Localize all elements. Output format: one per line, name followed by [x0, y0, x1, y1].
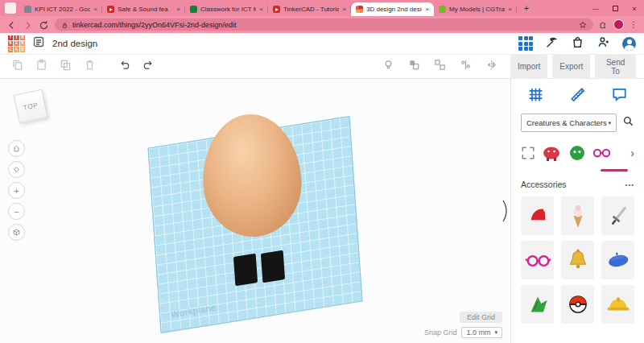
- green-creature-thumb[interactable]: [568, 143, 587, 163]
- panel-collapse-handle[interactable]: [502, 200, 510, 225]
- address-bar[interactable]: tinkercad.com/things/2yyOn64VFsi-2nd-des…: [55, 19, 593, 31]
- accessory-leaf-creature[interactable]: [521, 285, 554, 324]
- import-button[interactable]: Import: [510, 55, 547, 79]
- arrange-tools: [382, 59, 497, 74]
- tab-safe-sound[interactable]: Safe & Sound fea ×: [102, 2, 185, 16]
- history-tools: [118, 59, 155, 74]
- tab-cgtrader[interactable]: My Models | CGTrader ×: [434, 2, 517, 16]
- browser-menu-icon[interactable]: ⋮: [630, 20, 638, 29]
- reload-icon[interactable]: [39, 19, 49, 30]
- tinkercad-logo[interactable]: TIN KER CAD: [8, 35, 25, 52]
- youtube-favicon: [273, 6, 280, 13]
- app-header: TIN KER CAD 2nd design: [0, 33, 644, 55]
- tab-close-icon[interactable]: ×: [93, 6, 97, 13]
- tab-close-icon[interactable]: ×: [176, 6, 180, 13]
- tab-close-icon[interactable]: ×: [342, 6, 346, 13]
- bookmark-star-icon[interactable]: [579, 18, 587, 32]
- red-creature-thumb[interactable]: [541, 143, 562, 163]
- editor-toolbar: Import Export Send To: [0, 55, 644, 79]
- zoom-out-button[interactable]: −: [8, 203, 25, 220]
- profile-avatar-icon[interactable]: [613, 19, 624, 30]
- delete-icon[interactable]: [84, 59, 96, 74]
- design-title: 2nd design: [52, 39, 97, 48]
- scroller-next-icon[interactable]: ›: [630, 147, 634, 159]
- expand-icon[interactable]: [521, 146, 535, 160]
- view-cube[interactable]: TOP: [14, 89, 48, 124]
- accessories-grid: [521, 196, 634, 324]
- ungroup-icon[interactable]: [434, 59, 446, 74]
- category-value: Creatures & Characters: [526, 118, 607, 127]
- snap-grid-select[interactable]: 1.0 mm ▾: [461, 327, 502, 338]
- accessory-bell[interactable]: [561, 241, 594, 279]
- shape-category-dropdown[interactable]: Creatures & Characters ▾: [521, 114, 617, 132]
- duplicate-icon[interactable]: [60, 59, 72, 74]
- copy-icon[interactable]: [11, 59, 23, 74]
- tab-3d-design-active[interactable]: 3D design 2nd design ×: [351, 2, 434, 16]
- apps-grid-icon[interactable]: [518, 36, 533, 51]
- pickaxe-icon[interactable]: [545, 35, 559, 52]
- google-doc-favicon: [24, 6, 31, 13]
- file-actions: Import Export Send To: [510, 55, 644, 79]
- workplane-tool-icon[interactable]: [527, 86, 544, 106]
- classroom-favicon: [190, 6, 197, 13]
- minimize-button[interactable]: —: [586, 1, 605, 16]
- perspective-toggle-button[interactable]: [8, 224, 25, 241]
- invite-person-icon[interactable]: [597, 35, 610, 52]
- scroller-scrollbar[interactable]: [521, 169, 634, 172]
- tinkercad-favicon: [356, 6, 363, 13]
- tab-close-icon[interactable]: ×: [508, 6, 512, 13]
- more-options-icon[interactable]: •••: [625, 181, 634, 188]
- tab-tinkercad-tutorial[interactable]: TinkerCAD - Tutorial I ×: [268, 2, 351, 16]
- 3d-viewport[interactable]: TOP + − Workplane Edit Grid: [0, 79, 510, 343]
- group-icon[interactable]: [408, 59, 420, 74]
- export-button[interactable]: Export: [552, 55, 590, 79]
- back-icon[interactable]: [6, 19, 17, 30]
- home-view-button[interactable]: [8, 140, 25, 157]
- new-tab-button[interactable]: +: [520, 2, 533, 14]
- pink-glasses-thumb[interactable]: [592, 145, 612, 161]
- edit-grid-button[interactable]: Edit Grid: [460, 312, 502, 323]
- design-properties-icon[interactable]: [32, 35, 45, 52]
- ruler-tool-icon[interactable]: [569, 86, 586, 106]
- tab-search-icon[interactable]: [5, 2, 16, 14]
- search-icon[interactable]: [622, 115, 634, 130]
- accessory-beret[interactable]: [601, 241, 634, 279]
- redo-icon[interactable]: [142, 59, 155, 74]
- shape-search-row: Creatures & Characters ▾: [521, 114, 634, 132]
- paste-icon[interactable]: [35, 59, 47, 74]
- send-to-button[interactable]: Send To: [595, 55, 636, 79]
- tab-close-icon[interactable]: ×: [425, 6, 429, 13]
- forward-icon[interactable]: [23, 19, 33, 30]
- accessory-hard-hat[interactable]: [601, 285, 634, 324]
- left-leg-model[interactable]: [233, 254, 258, 286]
- user-avatar[interactable]: [622, 37, 636, 51]
- snap-grid-label: Snap Grid: [424, 329, 457, 337]
- close-window-button[interactable]: ×: [625, 1, 644, 16]
- extensions-icon[interactable]: [599, 18, 608, 32]
- tab-kpi-ict[interactable]: KPI ICT 2022 - Googl ×: [19, 2, 102, 16]
- maximize-button[interactable]: [605, 1, 625, 16]
- right-leg-model[interactable]: [261, 250, 285, 283]
- accessories-header: Accessories •••: [521, 180, 634, 189]
- clipboard-tools: [11, 59, 96, 74]
- undo-icon[interactable]: [118, 59, 130, 74]
- accessory-round-glasses[interactable]: [521, 241, 554, 279]
- accessory-ice-cream-cone[interactable]: [561, 196, 594, 235]
- header-actions: [518, 35, 636, 52]
- tab-close-icon[interactable]: ×: [259, 6, 263, 13]
- browser-toolbar: tinkercad.com/things/2yyOn64VFsi-2nd-des…: [0, 16, 644, 33]
- lock-icon: [61, 18, 68, 32]
- accessory-santa-hat[interactable]: [521, 196, 554, 235]
- tab-classwork[interactable]: Classwork for ICT MIC ×: [185, 2, 268, 16]
- shopping-bag-icon[interactable]: [571, 35, 584, 52]
- zoom-in-button[interactable]: +: [8, 182, 25, 199]
- notes-tool-icon[interactable]: [611, 86, 628, 106]
- align-icon[interactable]: [460, 59, 472, 74]
- url-text: tinkercad.com/things/2yyOn64VFsi-2nd-des…: [72, 21, 575, 29]
- accessory-sword[interactable]: [601, 196, 634, 235]
- show-all-icon[interactable]: [382, 59, 394, 74]
- mirror-icon[interactable]: [485, 59, 497, 74]
- accessory-pokeball[interactable]: [561, 285, 594, 324]
- tab-strip: KPI ICT 2022 - Googl × Safe & Sound fea …: [0, 0, 644, 16]
- fit-view-button[interactable]: [8, 161, 25, 178]
